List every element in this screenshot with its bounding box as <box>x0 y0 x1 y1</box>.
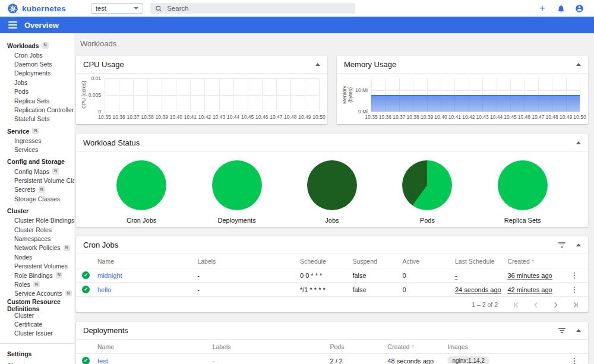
sidebar-item-cron-jobs[interactable]: Cron Jobs <box>0 50 74 59</box>
last-schedule-cell-value: - <box>455 272 457 280</box>
x-tick-label: 10:37 <box>127 114 139 120</box>
sidebar-item-replication-controllers[interactable]: Replication Controllers <box>0 105 74 114</box>
sidebar-item-certificate[interactable]: Certificate <box>0 319 74 328</box>
sidebar-item-services[interactable]: Services <box>0 145 74 154</box>
first-page-icon[interactable] <box>513 302 520 308</box>
menu-hamburger-icon[interactable] <box>8 21 17 29</box>
column-header-name[interactable]: Name <box>97 258 197 265</box>
collapse-icon[interactable] <box>576 63 581 66</box>
previous-page-icon[interactable] <box>533 302 539 308</box>
sidebar-item-stateful-sets[interactable]: Stateful Sets <box>0 115 74 124</box>
column-header-label: Labels <box>213 343 231 350</box>
chevron-down-icon <box>134 7 138 10</box>
row-actions-menu-icon[interactable]: ⋮ <box>567 271 582 279</box>
pagination-range: 1 – 2 of 2 <box>472 301 498 308</box>
last-page-icon[interactable] <box>572 302 579 308</box>
kubernetes-logo-brand[interactable]: kubernetes <box>7 3 66 14</box>
sidebar-item-deployments[interactable]: Deployments <box>0 69 74 78</box>
sidebar-item-persistent-volume-claims[interactable]: Persistent Volume ClaimsN <box>0 176 74 185</box>
pie-label: Deployments <box>217 217 255 224</box>
last-schedule-cell-value: 24 seconds ago <box>455 286 501 294</box>
sidebar-item-storage-classes[interactable]: Storage Classes <box>0 194 74 203</box>
sidebar-item-ingresses[interactable]: Ingresses <box>0 136 74 145</box>
sidebar-item-label: Role Bindings <box>14 272 53 279</box>
filter-icon[interactable] <box>558 242 565 248</box>
last-schedule-cell: 24 seconds ago <box>455 286 507 293</box>
column-header-schedule[interactable]: Schedule <box>300 258 352 265</box>
success-check-icon: ✓ <box>82 271 90 279</box>
sidebar-section-label: Custom Resource Definitions <box>7 298 74 312</box>
namespace-selector[interactable]: test <box>91 3 143 14</box>
sidebar-item-config-maps[interactable]: Config MapsN <box>0 167 74 176</box>
column-header-labels[interactable]: Labels <box>197 258 300 265</box>
column-header-active[interactable]: Active <box>403 258 455 265</box>
pie-chart <box>498 160 548 210</box>
labels-cell: - <box>213 357 330 364</box>
suspend-cell: false <box>352 286 402 293</box>
namespaced-badge: N <box>56 272 62 278</box>
memory-x-ticks: 10:3510:3610:3710:3810:3910:4010:4110:42… <box>371 112 580 120</box>
success-check-icon: ✓ <box>82 286 90 293</box>
sidebar-item-label: Nodes <box>14 254 32 261</box>
collapse-icon[interactable] <box>576 141 581 144</box>
last-schedule-cell: - <box>455 272 507 279</box>
sidebar-item-label: Replica Sets <box>14 97 49 105</box>
sidebar-item-network-policies[interactable]: Network PoliciesN <box>0 243 74 252</box>
user-account-button[interactable] <box>574 3 584 14</box>
column-header-created[interactable]: Created↑ <box>387 343 447 350</box>
next-page-icon[interactable] <box>552 302 559 308</box>
deployment-name-link[interactable]: test <box>97 357 213 364</box>
search-bar[interactable] <box>150 3 355 14</box>
cron-jobs-pagination: 1 – 2 of 2 <box>76 297 588 312</box>
created-cell: 36 minutes ago <box>507 272 567 279</box>
sidebar-item-roles[interactable]: RolesN <box>0 280 74 289</box>
row-actions-menu-icon[interactable]: ⋮ <box>567 286 582 293</box>
sidebar-section-workloads[interactable]: WorkloadsN <box>0 40 74 50</box>
column-header-pods[interactable]: Pods <box>330 343 388 350</box>
cron-job-name-link[interactable]: hello <box>97 286 197 293</box>
sidebar-item-cluster-issuer[interactable]: Cluster Issuer <box>0 329 74 338</box>
sidebar-item-namespaces[interactable]: Namespaces <box>0 234 74 243</box>
active-cell: 0 <box>403 272 455 279</box>
sidebar-section-service[interactable]: ServiceN <box>0 126 74 136</box>
column-header-last-schedule[interactable]: Last Schedule <box>455 258 507 265</box>
sidebar-item-jobs[interactable]: Jobs <box>0 78 74 87</box>
column-header-name[interactable]: Name <box>97 343 213 350</box>
sidebar-item-cluster-roles[interactable]: Cluster Roles <box>0 225 74 234</box>
column-header-label: Pods <box>330 343 345 350</box>
labels-cell: - <box>197 286 300 293</box>
filter-icon[interactable] <box>558 328 565 333</box>
sidebar-item-nodes[interactable]: Nodes <box>0 252 74 261</box>
collapse-icon[interactable] <box>576 243 581 246</box>
column-header-images[interactable]: Images <box>447 343 567 350</box>
add-resource-button[interactable]: + <box>537 3 548 14</box>
workload-status-title: Workload Status <box>83 138 140 147</box>
sidebar-item-replica-sets[interactable]: Replica Sets <box>0 96 74 105</box>
x-tick-label: 10:40 <box>434 114 447 120</box>
sidebar-item-secrets[interactable]: SecretsN <box>0 185 74 194</box>
cron-jobs-card: Cron Jobs NameLabelsScheduleSuspendActiv… <box>76 236 588 312</box>
sidebar-item-settings[interactable]: Settings <box>0 348 74 360</box>
column-header-suspend[interactable]: Suspend <box>352 258 402 265</box>
sidebar-item-persistent-volumes[interactable]: Persistent Volumes <box>0 261 74 270</box>
sidebar-section-custom-resource-definitions: Custom Resource Definitions <box>0 300 74 311</box>
sidebar-item-about[interactable]: About <box>0 360 74 364</box>
sidebar-item-pods[interactable]: Pods <box>0 87 74 96</box>
row-actions-menu-icon[interactable]: ⋮ <box>567 357 582 364</box>
notifications-button[interactable] <box>555 3 566 14</box>
search-input[interactable] <box>167 5 350 12</box>
collapse-icon[interactable] <box>315 63 320 66</box>
sidebar-item-cluster-role-bindings[interactable]: Cluster Role Bindings <box>0 216 74 224</box>
sidebar-item-service-accounts[interactable]: Service AccountsN <box>0 289 74 298</box>
main-content: Workloads CPU Usage CPU (cores) 0.010.00… <box>74 33 594 364</box>
column-header-label: Suspend <box>352 258 377 265</box>
deployment-row: ✓test-2 / 248 seconds agonginx:1.14.2⋮ <box>76 354 588 364</box>
cron-job-name-link[interactable]: midnight <box>97 272 197 279</box>
sidebar-item-role-bindings[interactable]: Role BindingsN <box>0 271 74 280</box>
collapse-icon[interactable] <box>576 329 581 332</box>
column-header-labels[interactable]: Labels <box>213 343 330 350</box>
image-chip: nginx:1.14.2 <box>447 356 489 364</box>
x-tick-label: 10:45 <box>504 114 516 120</box>
column-header-created[interactable]: Created↑ <box>507 258 567 265</box>
sidebar-item-daemon-sets[interactable]: Daemon Sets <box>0 59 74 68</box>
